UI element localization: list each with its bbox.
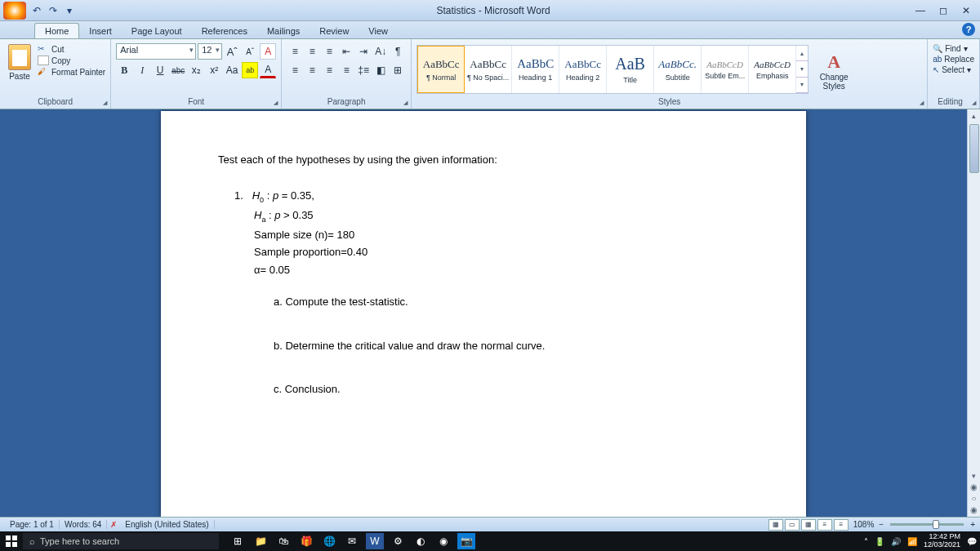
- style-subtitle[interactable]: AaBbCc.Subtitle: [654, 46, 702, 93]
- select-button[interactable]: ↖Select ▾: [933, 65, 974, 74]
- spell-check-icon[interactable]: ✗: [110, 520, 117, 529]
- volume-icon[interactable]: 🔊: [891, 537, 901, 546]
- qat-more-button[interactable]: ▾: [62, 3, 77, 18]
- view-draft[interactable]: ≡: [834, 519, 849, 531]
- align-center-button[interactable]: ≡: [304, 62, 320, 78]
- document-page[interactable]: Test each of the hypotheses by using the…: [161, 111, 806, 517]
- clear-formatting-button[interactable]: A: [260, 43, 276, 60]
- italic-button[interactable]: I: [134, 62, 150, 78]
- style-normal[interactable]: AaBbCc¶ Normal: [417, 46, 465, 93]
- strikethrough-button[interactable]: abc: [170, 62, 186, 78]
- gift-icon[interactable]: 🎁: [297, 533, 315, 549]
- increase-indent-button[interactable]: ⇥: [355, 43, 372, 60]
- multilevel-button[interactable]: ≡: [321, 43, 337, 60]
- borders-button[interactable]: ⊞: [390, 62, 406, 78]
- network-icon[interactable]: 📶: [907, 537, 917, 546]
- numbering-button[interactable]: ≡: [304, 43, 320, 60]
- replace-button[interactable]: abReplace: [933, 55, 974, 64]
- close-button[interactable]: ✕: [956, 3, 977, 18]
- status-words[interactable]: Words: 64: [60, 520, 107, 529]
- shading-button[interactable]: ◧: [372, 62, 389, 78]
- font-size-combo[interactable]: 12: [198, 43, 222, 60]
- tab-review[interactable]: Review: [310, 24, 359, 38]
- grow-font-button[interactable]: Aˆ: [224, 43, 240, 60]
- copy-button[interactable]: Copy: [38, 56, 105, 65]
- align-left-button[interactable]: ≡: [287, 62, 303, 78]
- show-marks-button[interactable]: ¶: [390, 43, 406, 60]
- maximize-button[interactable]: ◻: [933, 3, 954, 18]
- status-page[interactable]: Page: 1 of 1: [5, 520, 60, 529]
- tab-view[interactable]: View: [359, 24, 398, 38]
- style-no-spacing[interactable]: AaBbCc¶ No Spaci...: [465, 46, 512, 93]
- sort-button[interactable]: A↓: [372, 43, 389, 60]
- zoom-in-button[interactable]: +: [970, 520, 975, 529]
- help-button[interactable]: ?: [962, 23, 975, 36]
- document-area[interactable]: Test each of the hypotheses by using the…: [0, 109, 967, 517]
- prev-page-button[interactable]: ◉: [970, 482, 978, 494]
- minimize-button[interactable]: —: [910, 3, 931, 18]
- redo-button[interactable]: ↷: [46, 3, 60, 18]
- tab-references[interactable]: References: [192, 24, 257, 38]
- settings-icon[interactable]: ⚙: [389, 533, 407, 549]
- browse-object-button[interactable]: ○: [971, 494, 976, 505]
- view-full-screen[interactable]: ▭: [785, 519, 800, 531]
- store-icon[interactable]: 🛍: [274, 533, 292, 549]
- cut-button[interactable]: ✂Cut: [38, 44, 105, 54]
- change-case-button[interactable]: Aa: [224, 62, 240, 78]
- scroll-down-button[interactable]: ▾: [968, 469, 980, 482]
- tab-insert[interactable]: Insert: [79, 24, 122, 38]
- superscript-button[interactable]: x²: [206, 62, 222, 78]
- zoom-level[interactable]: 108%: [853, 520, 875, 529]
- tab-page-layout[interactable]: Page Layout: [122, 24, 192, 38]
- tab-mailings[interactable]: Mailings: [257, 24, 310, 38]
- style-subtle-emphasis[interactable]: AaBbCcDSubtle Em...: [702, 46, 749, 93]
- start-button[interactable]: [3, 533, 20, 549]
- notifications-icon[interactable]: 💬: [967, 537, 977, 546]
- underline-button[interactable]: U: [152, 62, 168, 78]
- zoom-out-button[interactable]: −: [879, 520, 884, 529]
- line-spacing-button[interactable]: ‡≡: [355, 62, 372, 78]
- font-color-button[interactable]: A: [260, 62, 276, 78]
- next-page-button[interactable]: ◉: [970, 505, 978, 517]
- paste-button[interactable]: Paste: [5, 41, 34, 81]
- font-name-combo[interactable]: Arial: [116, 43, 196, 60]
- camera-icon[interactable]: 📷: [457, 533, 475, 549]
- subscript-button[interactable]: x₂: [188, 62, 204, 78]
- style-heading2[interactable]: AaBbCcHeading 2: [559, 46, 607, 93]
- style-emphasis[interactable]: AaBbCcDEmphasis: [749, 46, 796, 93]
- view-outline[interactable]: ≡: [817, 519, 832, 531]
- justify-button[interactable]: ≡: [338, 62, 354, 78]
- shrink-font-button[interactable]: Aˆ: [242, 43, 258, 60]
- bullets-button[interactable]: ≡: [287, 43, 303, 60]
- tray-expand-icon[interactable]: ˄: [864, 537, 868, 546]
- zoom-slider[interactable]: [890, 523, 964, 526]
- vertical-scrollbar[interactable]: ▴ ▾ ◉ ○ ◉: [967, 109, 980, 517]
- change-styles-button[interactable]: A Change Styles: [815, 47, 853, 91]
- decrease-indent-button[interactable]: ⇤: [338, 43, 354, 60]
- scroll-thumb[interactable]: [969, 124, 979, 173]
- file-explorer-icon[interactable]: 📁: [252, 533, 270, 549]
- undo-button[interactable]: ↶: [29, 3, 44, 18]
- style-title[interactable]: AaBTitle: [607, 46, 654, 93]
- task-view-icon[interactable]: ⊞: [229, 533, 247, 549]
- taskbar-search[interactable]: ⌕ Type here to search: [23, 533, 219, 549]
- format-painter-button[interactable]: 🖌Format Painter: [38, 67, 105, 77]
- chrome-icon[interactable]: ◉: [434, 533, 452, 549]
- style-gallery[interactable]: AaBbCc¶ Normal AaBbCc¶ No Spaci... AaBbC…: [416, 45, 808, 94]
- chrome-canary-icon[interactable]: ◐: [412, 533, 430, 549]
- word-icon[interactable]: W: [366, 533, 384, 549]
- highlight-button[interactable]: ab: [242, 62, 258, 78]
- style-heading1[interactable]: AaBbCHeading 1: [512, 46, 559, 93]
- battery-icon[interactable]: 🔋: [875, 537, 884, 546]
- clock[interactable]: 12:42 PM 12/03/2021: [924, 533, 960, 549]
- scroll-up-button[interactable]: ▴: [968, 109, 980, 122]
- align-right-button[interactable]: ≡: [321, 62, 337, 78]
- mail-icon[interactable]: ✉: [343, 533, 361, 549]
- view-print-layout[interactable]: ▦: [768, 519, 783, 531]
- view-web-layout[interactable]: ▦: [801, 519, 816, 531]
- status-language[interactable]: English (United States): [120, 520, 214, 529]
- find-button[interactable]: 🔍Find ▾: [933, 44, 974, 53]
- edge-icon[interactable]: 🌐: [320, 533, 338, 549]
- bold-button[interactable]: B: [116, 62, 132, 78]
- gallery-scroll[interactable]: ▴▾▾: [796, 46, 808, 93]
